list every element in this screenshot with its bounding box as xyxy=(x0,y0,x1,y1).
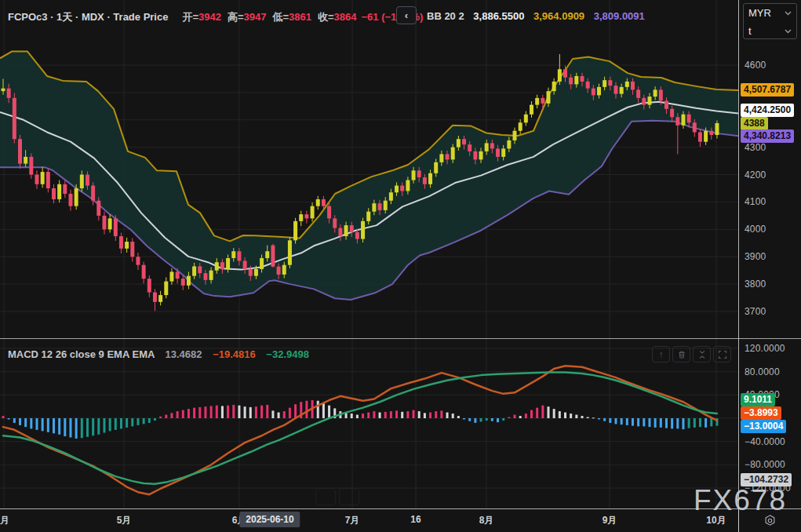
macd-hist-value: 13.4682 xyxy=(166,348,202,360)
macd-histogram-bar xyxy=(435,411,437,418)
macd-title: MACD 12 26 close 9 EMA EMA xyxy=(8,348,155,360)
candle-body xyxy=(322,199,326,206)
candle-body xyxy=(636,89,640,97)
macd-histogram-bar xyxy=(289,408,291,418)
crosshair-date-badge: 2025-06-10 xyxy=(239,512,300,527)
candle-body xyxy=(428,173,432,184)
candle-body xyxy=(462,139,466,144)
candle-body xyxy=(176,271,180,279)
macd-histogram-bar xyxy=(24,418,27,427)
candle-body xyxy=(254,269,258,276)
candle-body xyxy=(597,87,601,95)
candle-body xyxy=(63,184,67,194)
macd-histogram-bar xyxy=(468,418,471,421)
macd-histogram-bar xyxy=(58,418,60,435)
candle-body xyxy=(80,175,84,188)
pane-separator[interactable] xyxy=(0,338,801,339)
macd-histogram-bar xyxy=(42,418,44,431)
macd-histogram-bar xyxy=(8,418,10,419)
candle-body xyxy=(698,132,702,141)
currency-dropdown[interactable]: MYR xyxy=(744,4,796,22)
candle-body xyxy=(52,188,56,199)
macd-histogram-bar xyxy=(64,418,66,436)
macd-histogram-bar xyxy=(19,418,21,425)
candle-body xyxy=(384,201,388,210)
currency-value: MYR xyxy=(748,7,771,19)
chevron-down-icon xyxy=(785,29,792,34)
macd-histogram-bar xyxy=(30,418,32,428)
price-chart-canvas[interactable] xyxy=(0,0,738,508)
axis-price-badge: 9.1011 xyxy=(741,393,775,406)
macd-histogram-bar xyxy=(322,403,325,418)
candle-body xyxy=(327,206,331,219)
symbol-legend[interactable]: FCPOc3 · 1天 · MDX · Trade Price开=3942高=3… xyxy=(8,10,423,24)
move-pane-up-button[interactable]: ↑ xyxy=(652,346,670,363)
macd-histogram-bar xyxy=(210,406,213,418)
candle-body xyxy=(501,148,505,156)
macd-histogram-bar xyxy=(317,401,319,418)
macd-histogram-bar xyxy=(244,406,246,418)
candle-body xyxy=(490,143,494,148)
candle-body xyxy=(271,246,275,267)
maximize-pane-button[interactable] xyxy=(713,346,731,363)
macd-histogram-bar xyxy=(603,418,606,421)
macd-histogram-bar xyxy=(294,404,297,418)
candle-body xyxy=(620,87,624,94)
fx678-watermark: FX678 xyxy=(694,484,787,517)
ghost-button[interactable] xyxy=(315,488,336,505)
arrow-up-icon: ↑ xyxy=(659,349,664,360)
candle-body xyxy=(243,261,247,268)
macd-histogram-bar xyxy=(671,418,673,428)
macd-histogram-bar xyxy=(665,418,668,428)
candle-body xyxy=(631,82,635,89)
candle-body xyxy=(164,282,168,295)
candle-body xyxy=(198,266,202,273)
chart-app: FCPOc3 · 1天 · MDX · Trade Price开=3942高=3… xyxy=(0,0,801,532)
macd-histogram-bar xyxy=(390,411,392,418)
candle-body xyxy=(24,157,27,164)
unit-dropdown[interactable]: t xyxy=(744,22,796,40)
collapse-legend-button[interactable]: ‹ xyxy=(396,6,417,24)
macd-histogram-bar xyxy=(480,418,482,421)
macd-histogram-bar xyxy=(115,418,117,430)
candle-body xyxy=(372,203,376,211)
macd-legend[interactable]: MACD 12 26 close 9 EMA EMA 13.4682 −19.4… xyxy=(8,348,309,360)
macd-histogram-bar xyxy=(103,418,105,433)
macd-histogram-bar xyxy=(710,418,712,426)
price-tick-label: 3800 xyxy=(745,279,766,290)
candle-body xyxy=(29,157,33,175)
candle-body xyxy=(535,98,539,105)
time-axis[interactable]: 月5月6月7月168月9月10月2025-06-10 xyxy=(0,509,801,532)
maximize-icon xyxy=(718,350,727,359)
candle-body xyxy=(513,131,517,140)
candle-body xyxy=(237,251,241,261)
candle-body xyxy=(333,218,337,228)
candle-body xyxy=(192,266,196,275)
macd-histogram-bar xyxy=(227,406,229,418)
candle-body xyxy=(35,175,38,184)
unit-value: t xyxy=(748,25,752,37)
macd-histogram-bar xyxy=(508,417,510,418)
price-tick-label: 4300 xyxy=(745,142,766,153)
macd-histogram-bar xyxy=(536,408,538,418)
bollinger-legend[interactable]: BB 20 2 3,886.5500 3,964.0909 3,809.0091 xyxy=(427,10,645,22)
macd-histogram-bar xyxy=(154,418,156,421)
candle-body xyxy=(417,170,421,177)
ghost-button[interactable] xyxy=(339,488,359,505)
macd-histogram-bar xyxy=(429,413,431,418)
candle-body xyxy=(187,276,191,286)
candle-body xyxy=(209,271,213,280)
macd-histogram-bar xyxy=(587,417,589,418)
macd-histogram-bar xyxy=(598,418,600,419)
collapse-pane-button[interactable] xyxy=(693,346,711,363)
candle-body xyxy=(586,82,590,89)
delete-pane-button[interactable] xyxy=(672,346,690,363)
candle-body xyxy=(400,186,404,191)
pane-toolbar: ↑ xyxy=(652,346,731,363)
price-axis-separator xyxy=(738,0,739,532)
chevron-down-icon xyxy=(785,11,792,16)
price-axis[interactable]: 46004300420041004000390038003700120.0000… xyxy=(739,0,801,508)
candle-body xyxy=(57,184,61,199)
macd-histogram-bar xyxy=(92,418,94,435)
candle-body xyxy=(260,258,264,269)
